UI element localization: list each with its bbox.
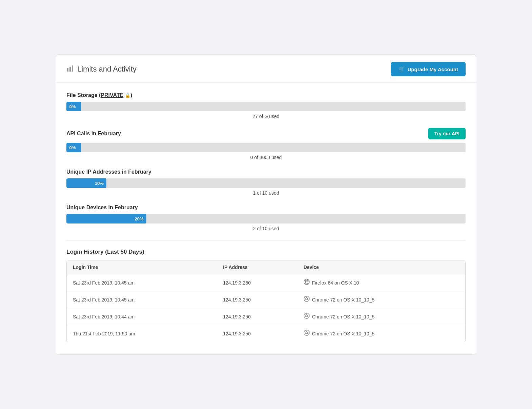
svg-rect-2 xyxy=(72,65,73,72)
unique-ip-title: Unique IP Addresses in February xyxy=(66,169,151,175)
ip-address-cell: 124.19.3.250 xyxy=(217,308,298,325)
device-name: Firefox 64 on OS X 10 xyxy=(312,280,359,286)
device-name: Chrome 72 on OS X 10_10_5 xyxy=(312,314,374,319)
svg-rect-1 xyxy=(69,67,71,72)
table-row: Sat 23rd Feb 2019, 10:44 am124.19.3.250 … xyxy=(67,308,465,325)
unique-devices-progress-bar: 20% xyxy=(66,214,466,223)
api-calls-fill: 0% xyxy=(66,143,81,152)
file-storage-title: File Storage (PRIVATE 🔒) xyxy=(66,92,132,98)
login-time-cell: Sat 23rd Feb 2019, 10:44 am xyxy=(67,308,217,325)
unique-devices-title: Unique Devices in February xyxy=(66,204,138,211)
table-row: Sat 23rd Feb 2019, 10:45 am124.19.3.250 … xyxy=(67,291,465,308)
chrome-icon xyxy=(304,330,310,337)
login-time-cell: Sat 23rd Feb 2019, 10:45 am xyxy=(67,291,217,308)
firefox-icon xyxy=(304,279,310,287)
chrome-icon xyxy=(304,296,310,304)
file-storage-section: File Storage (PRIVATE 🔒) 0% 27 of ∞ used xyxy=(66,92,466,119)
file-storage-used: 27 of ∞ used xyxy=(66,114,466,119)
svg-rect-0 xyxy=(67,68,68,72)
login-history-table-wrapper: Login Time IP Address Device Sat 23rd Fe… xyxy=(66,260,466,342)
table-row: Sat 23rd Feb 2019, 10:45 am124.19.3.250 … xyxy=(67,274,465,291)
table-header-row: Login Time IP Address Device xyxy=(67,260,465,274)
card-body: File Storage (PRIVATE 🔒) 0% 27 of ∞ used… xyxy=(56,83,476,354)
main-card: Limits and Activity 🛒 Upgrade My Account… xyxy=(56,54,476,355)
login-time-cell: Sat 23rd Feb 2019, 10:45 am xyxy=(67,274,217,291)
unique-ip-used: 1 of 10 used xyxy=(66,190,466,196)
ip-address-cell: 124.19.3.250 xyxy=(217,291,298,308)
col-device: Device xyxy=(298,260,465,274)
svg-point-14 xyxy=(306,315,308,317)
card-header: Limits and Activity 🛒 Upgrade My Account xyxy=(56,55,476,83)
table-row: Thu 21st Feb 2019, 11:50 am124.19.3.250 … xyxy=(67,325,465,342)
unique-ip-fill: 10% xyxy=(66,178,106,188)
device-cell: Chrome 72 on OS X 10_10_5 xyxy=(298,291,465,308)
col-login-time: Login Time xyxy=(67,260,217,274)
api-calls-header: API Calls in February Try our API xyxy=(66,128,466,139)
device-name: Chrome 72 on OS X 10_10_5 xyxy=(312,297,374,303)
page-title: Limits and Activity xyxy=(66,65,137,74)
device-cell: Chrome 72 on OS X 10_10_5 xyxy=(298,325,465,342)
device-cell: Chrome 72 on OS X 10_10_5 xyxy=(298,308,465,325)
ip-address-cell: 124.19.3.250 xyxy=(217,274,298,291)
col-ip-address: IP Address xyxy=(217,260,298,274)
unique-ip-header: Unique IP Addresses in February xyxy=(66,169,466,175)
api-calls-used: 0 of 3000 used xyxy=(66,155,466,160)
api-calls-title: API Calls in February xyxy=(66,131,121,137)
try-api-button[interactable]: Try our API xyxy=(428,128,466,139)
unique-devices-section: Unique Devices in February 20% 2 of 10 u… xyxy=(66,204,466,231)
login-history-table: Login Time IP Address Device Sat 23rd Fe… xyxy=(67,260,465,342)
svg-point-9 xyxy=(306,298,308,300)
unique-devices-fill: 20% xyxy=(66,214,146,223)
login-time-cell: Thu 21st Feb 2019, 11:50 am xyxy=(67,325,217,342)
unique-ip-progress-bar: 10% xyxy=(66,178,466,188)
device-cell: Firefox 64 on OS X 10 xyxy=(298,274,465,291)
ip-address-cell: 124.19.3.250 xyxy=(217,325,298,342)
login-history-section: Login History (Last 50 Days) Login Time … xyxy=(66,249,466,342)
device-name: Chrome 72 on OS X 10_10_5 xyxy=(312,331,374,336)
unique-devices-used: 2 of 10 used xyxy=(66,226,466,231)
file-storage-progress-bar: 0% xyxy=(66,102,466,111)
table-header: Login Time IP Address Device xyxy=(67,260,465,274)
chart-icon xyxy=(66,65,74,74)
upgrade-button[interactable]: 🛒 Upgrade My Account xyxy=(391,62,466,76)
chrome-icon xyxy=(304,313,310,320)
table-body: Sat 23rd Feb 2019, 10:45 am124.19.3.250 … xyxy=(67,274,465,342)
cart-icon: 🛒 xyxy=(398,66,405,72)
api-calls-progress-bar: 0% xyxy=(66,143,466,152)
api-calls-section: API Calls in February Try our API 0% 0 o… xyxy=(66,128,466,160)
login-history-title: Login History (Last 50 Days) xyxy=(66,249,466,255)
svg-point-19 xyxy=(306,332,308,334)
section-divider xyxy=(66,240,466,240)
file-storage-header: File Storage (PRIVATE 🔒) xyxy=(66,92,466,98)
lock-icon: 🔒 xyxy=(125,93,130,98)
unique-devices-header: Unique Devices in February xyxy=(66,204,466,211)
unique-ip-section: Unique IP Addresses in February 10% 1 of… xyxy=(66,169,466,196)
file-storage-fill: 0% xyxy=(66,102,81,111)
